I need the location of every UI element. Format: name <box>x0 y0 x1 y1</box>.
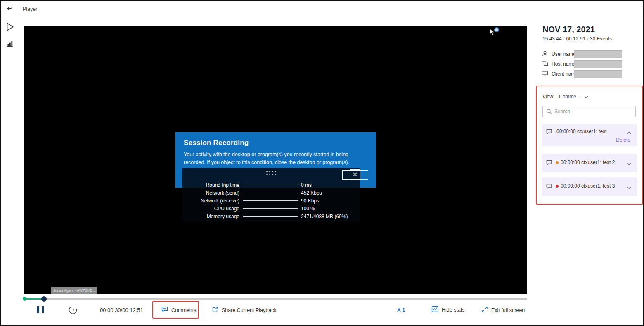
session-stats-overlay: Round trip time 0 ms Network (send) 452 … <box>182 168 360 222</box>
stat-label: Network (send) <box>182 190 239 196</box>
play-icon <box>5 22 14 33</box>
bar-chart-icon <box>6 40 14 49</box>
delete-comment-link[interactable]: Delete <box>616 137 630 143</box>
svg-text:7: 7 <box>72 308 75 313</box>
stat-value: 0 ms <box>301 182 355 188</box>
search-box <box>542 106 636 117</box>
monitor-icon <box>542 70 548 79</box>
chevron-up-icon[interactable] <box>627 129 631 136</box>
stat-row: CPU usage 100 % <box>182 205 355 212</box>
stat-label: CPU usage <box>182 206 239 212</box>
video-surface: Session Recording Your activity with the… <box>24 26 527 294</box>
share-button-label: Share Current Playback <box>222 307 277 313</box>
event-dot-orange <box>556 161 559 164</box>
chevron-down-icon[interactable] <box>627 184 631 190</box>
recording-meta: 15:43:44 · 00:12:51 · 30 Events <box>542 36 612 42</box>
chevron-down-icon <box>584 94 588 100</box>
exit-fullscreen-icon <box>481 306 488 314</box>
host-name-value-redacted <box>574 60 622 68</box>
user-icon <box>542 50 548 59</box>
user-name-value-redacted <box>574 50 622 58</box>
dialog-body-text: Your activity with the desktop or progra… <box>184 151 370 167</box>
stat-value: 100 % <box>301 206 355 212</box>
comment-bubble-icon <box>161 306 168 314</box>
playback-time: 00:00:30/00:12:51 <box>100 307 143 313</box>
stat-label: Memory usage <box>182 214 239 219</box>
user-name-label: User name: <box>552 51 577 57</box>
comment-icon <box>546 183 552 191</box>
view-selected-value: Comme... <box>559 94 580 100</box>
stat-sparkline <box>243 216 298 217</box>
close-icon <box>353 171 357 178</box>
playback-tab-button[interactable] <box>5 22 14 33</box>
host-name-label: Host name: <box>552 61 577 67</box>
comments-button-label: Comments <box>171 307 196 313</box>
stat-row: Memory usage 2471/4088 MB (60%) <box>182 212 355 220</box>
exit-fullscreen-label: Exit full screen <box>491 307 525 313</box>
comment-item[interactable]: 00:00:00 ctxuser1: test 3 <box>542 177 637 196</box>
chevron-down-icon[interactable] <box>627 161 631 167</box>
stats-chart-icon <box>431 306 439 314</box>
hide-stats-label: Hide stats <box>442 307 465 313</box>
stat-value: 90 Kbps <box>301 198 355 204</box>
stat-row: Network (receive) 90 Kbps <box>182 197 355 205</box>
event-dot-red <box>556 185 559 188</box>
drag-handle-icon[interactable] <box>266 171 276 175</box>
stats-close-button[interactable] <box>350 169 360 179</box>
share-icon <box>211 306 219 314</box>
client-name-value-redacted <box>574 70 622 78</box>
comment-text: 00:00:00 ctxuser1: test 2 <box>561 159 615 165</box>
seek-bar-track[interactable] <box>24 298 527 300</box>
rewind-7-icon: 7 <box>68 305 78 316</box>
share-current-playback-button[interactable]: Share Current Playback <box>211 306 277 314</box>
recording-date: NOV 17, 2021 <box>542 25 595 34</box>
stat-sparkline <box>243 193 298 193</box>
rewind-7s-button[interactable]: 7 <box>68 305 78 316</box>
seek-bar-handle[interactable] <box>41 296 47 302</box>
stat-sparkline <box>243 185 298 185</box>
comment-icon <box>546 128 552 137</box>
events-stats-tab-button[interactable] <box>6 40 14 49</box>
pause-button[interactable] <box>37 306 44 313</box>
recorded-app-taskbar-label: Jonas Agent - AWTSVD... <box>51 287 97 294</box>
exit-fullscreen-button[interactable]: Exit full screen <box>481 306 525 314</box>
stat-label: Round trip time <box>182 182 239 188</box>
stat-label: Network (receive) <box>182 198 239 204</box>
stat-row: Round trip time 0 ms <box>182 181 355 189</box>
back-button[interactable] <box>6 5 14 13</box>
left-rail <box>1 18 19 325</box>
comment-icon <box>546 159 552 168</box>
stats-rows: Round trip time 0 ms Network (send) 452 … <box>182 181 355 220</box>
page-title: Player <box>23 6 37 12</box>
stat-row: Network (send) 452 Kbps <box>182 189 355 197</box>
playback-speed-button[interactable]: X 1 <box>397 307 405 313</box>
dialog-title: Session Recording <box>184 139 368 147</box>
top-bar: Player <box>1 1 643 17</box>
view-label: View: <box>542 94 554 100</box>
stat-value: 452 Kbps <box>301 190 355 196</box>
stat-sparkline <box>243 208 298 209</box>
seek-bar-progress <box>24 298 44 300</box>
comment-item[interactable]: 00:00:00 ctxuser1: test 2 <box>542 154 637 172</box>
comments-button[interactable]: Comments <box>161 306 196 314</box>
host-icon <box>542 60 548 69</box>
stat-sparkline <box>243 200 298 201</box>
mouse-cursor-icon <box>489 29 495 38</box>
stat-value: 2471/4088 MB (60%) <box>301 214 355 219</box>
pause-icon <box>37 306 44 313</box>
session-recording-player: Player Se <box>0 0 644 326</box>
seek-bar-start-marker <box>23 297 26 301</box>
comment-item[interactable]: 00:00:00 ctxuser1: test Delete <box>542 124 637 146</box>
search-icon <box>546 109 552 116</box>
view-dropdown[interactable]: Comme... <box>559 94 588 100</box>
comment-text: 00:00:00 ctxuser1: test 3 <box>561 183 615 189</box>
hide-stats-button[interactable]: Hide stats <box>431 306 465 314</box>
search-input[interactable] <box>554 106 635 117</box>
back-icon <box>6 5 14 13</box>
comment-text: 00:00:00 ctxuser1: test <box>556 128 606 134</box>
